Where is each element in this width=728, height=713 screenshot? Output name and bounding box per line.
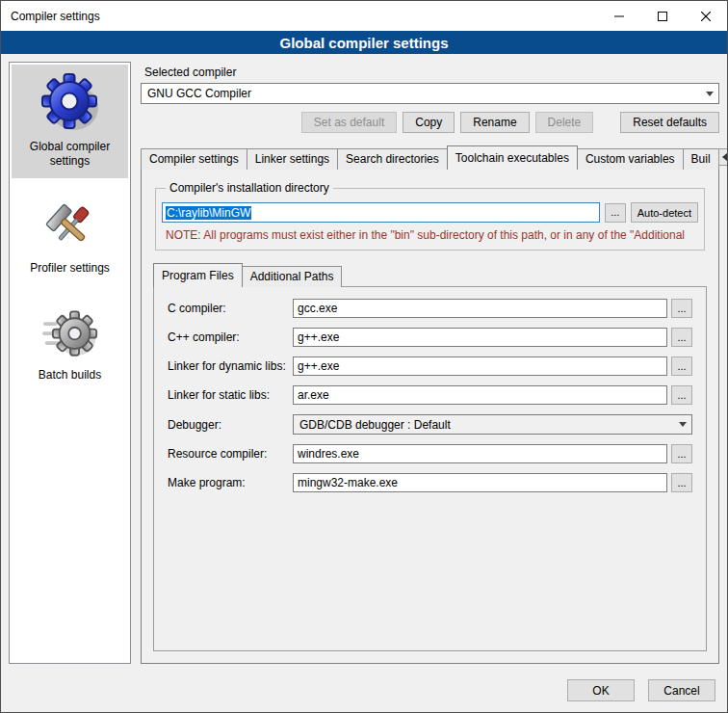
- program-files-section: Program Files Additional Paths C compile…: [153, 262, 707, 651]
- auto-detect-button[interactable]: Auto-detect: [631, 202, 698, 223]
- minimize-icon[interactable]: [597, 1, 640, 31]
- dialog-header: Global compiler settings: [1, 31, 727, 54]
- cpp-compiler-input[interactable]: [293, 328, 667, 347]
- debugger-label: Debugger:: [168, 418, 293, 432]
- window-controls: [597, 1, 727, 31]
- resource-compiler-browse-button[interactable]: ...: [671, 444, 692, 463]
- static-linker-label: Linker for static libs:: [168, 388, 293, 402]
- program-tabs: Program Files Additional Paths: [153, 262, 707, 286]
- close-icon[interactable]: [684, 1, 727, 31]
- window-title: Compiler settings: [1, 10, 597, 23]
- debugger-row: Debugger: GDB/CDB debugger : Default: [168, 414, 692, 435]
- compiler-action-buttons: Set as default Copy Rename Delete Reset …: [141, 112, 719, 133]
- set-as-default-button[interactable]: Set as default: [301, 112, 397, 133]
- chevron-down-icon: [674, 415, 691, 434]
- settings-sidebar: Global compiler settings Profiler settin…: [9, 62, 131, 664]
- titlebar: Compiler settings: [1, 1, 727, 31]
- ok-button[interactable]: OK: [567, 679, 635, 701]
- sidebar-item-global-compiler-settings[interactable]: Global compiler settings: [12, 65, 128, 178]
- sidebar-item-label: Profiler settings: [30, 261, 110, 276]
- maximize-icon[interactable]: [640, 1, 684, 31]
- selected-compiler-label: Selected compiler: [144, 66, 719, 79]
- delete-button[interactable]: Delete: [535, 112, 594, 133]
- dynamic-linker-input[interactable]: [293, 356, 667, 376]
- installation-directory-browse-button[interactable]: ...: [605, 203, 626, 223]
- debugger-value: GDB/CDB debugger : Default: [299, 418, 674, 432]
- static-linker-browse-button[interactable]: ...: [671, 385, 692, 405]
- cpp-compiler-row: C++ compiler: ...: [168, 328, 692, 347]
- installation-directory-legend: Compiler's installation directory: [166, 181, 333, 195]
- tab-toolchain-executables[interactable]: Toolchain executables: [447, 145, 578, 170]
- dynamic-linker-row: Linker for dynamic libs: ...: [168, 356, 692, 376]
- static-linker-row: Linker for static libs: ...: [168, 385, 692, 405]
- installation-directory-value: C:\raylib\MinGW: [166, 206, 251, 220]
- dynamic-linker-label: Linker for dynamic libs:: [168, 359, 293, 373]
- batch-builds-gear-icon: [42, 306, 98, 362]
- resource-compiler-label: Resource compiler:: [168, 447, 293, 461]
- tab-custom-variables[interactable]: Custom variables: [577, 148, 684, 170]
- cpp-compiler-browse-button[interactable]: ...: [671, 328, 692, 347]
- rename-button[interactable]: Rename: [460, 112, 529, 133]
- profiler-tools-icon: [42, 199, 98, 255]
- sidebar-item-label: Batch builds: [39, 368, 101, 383]
- compiler-settings-dialog: Compiler settings Global compiler settin…: [0, 0, 728, 713]
- resource-compiler-row: Resource compiler: ...: [168, 444, 692, 463]
- bin-subdirectory-note: NOTE: All programs must exist either in …: [166, 228, 696, 242]
- resource-compiler-input[interactable]: [293, 444, 667, 463]
- c-compiler-input[interactable]: [293, 299, 667, 318]
- c-compiler-row: C compiler: ...: [168, 299, 692, 318]
- c-compiler-browse-button[interactable]: ...: [671, 299, 692, 318]
- sidebar-item-profiler-settings[interactable]: Profiler settings: [12, 192, 128, 285]
- tab-search-directories[interactable]: Search directories: [337, 148, 448, 170]
- compiler-settings-tabs: Compiler settings Linker settings Search…: [141, 145, 719, 169]
- installation-directory-row: C:\raylib\MinGW ... Auto-detect: [162, 202, 698, 223]
- cancel-button[interactable]: Cancel: [648, 679, 715, 701]
- selected-compiler-dropdown[interactable]: GNU GCC Compiler: [141, 83, 719, 104]
- static-linker-input[interactable]: [293, 385, 667, 405]
- make-program-browse-button[interactable]: ...: [671, 473, 692, 492]
- c-compiler-label: C compiler:: [168, 302, 293, 315]
- main-panel: Selected compiler GNU GCC Compiler Set a…: [141, 62, 719, 664]
- dialog-body: Global compiler settings Profiler settin…: [1, 54, 727, 672]
- reset-defaults-button[interactable]: Reset defaults: [620, 112, 719, 133]
- sidebar-item-label: Global compiler settings: [13, 140, 126, 169]
- installation-directory-group: Compiler's installation directory C:\ray…: [155, 181, 705, 251]
- tab-scroll-left-icon[interactable]: [718, 148, 728, 166]
- tab-compiler-settings[interactable]: Compiler settings: [141, 148, 247, 170]
- make-program-row: Make program: ...: [168, 473, 692, 492]
- make-program-label: Make program:: [168, 476, 293, 489]
- selected-compiler-value: GNU GCC Compiler: [147, 87, 701, 100]
- dynamic-linker-browse-button[interactable]: ...: [671, 356, 692, 376]
- installation-directory-input[interactable]: C:\raylib\MinGW: [162, 202, 600, 223]
- debugger-dropdown[interactable]: GDB/CDB debugger : Default: [293, 414, 692, 435]
- sidebar-item-batch-builds[interactable]: Batch builds: [12, 299, 128, 392]
- tab-scroll-buttons: [718, 148, 728, 168]
- make-program-input[interactable]: [293, 473, 667, 492]
- tab-linker-settings[interactable]: Linker settings: [247, 148, 338, 170]
- chevron-down-icon: [701, 84, 718, 103]
- tab-program-files[interactable]: Program Files: [153, 263, 243, 287]
- program-files-panel: C compiler: ... C++ compiler: ... Linker…: [153, 286, 707, 651]
- toolchain-executables-panel: Compiler's installation directory C:\ray…: [141, 169, 719, 664]
- tab-build-options[interactable]: Buil: [683, 148, 719, 170]
- cpp-compiler-label: C++ compiler:: [168, 330, 293, 344]
- dialog-footer: OK Cancel: [1, 672, 727, 712]
- gear-icon: [39, 72, 101, 134]
- copy-button[interactable]: Copy: [403, 112, 455, 133]
- tab-additional-paths[interactable]: Additional Paths: [242, 266, 343, 287]
